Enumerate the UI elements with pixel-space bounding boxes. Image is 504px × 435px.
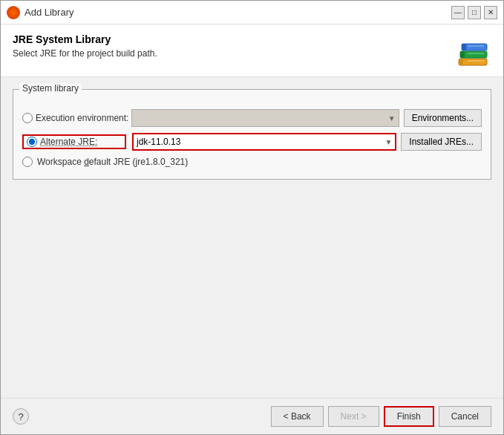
svg-rect-1 [459, 59, 463, 65]
library-icon [456, 33, 491, 69]
workspace-jre-label: Workspace default JRE (jre1.8.0_321) [37, 157, 188, 167]
back-button[interactable]: < Back [271, 406, 324, 427]
window-controls: — □ ✕ [451, 6, 497, 19]
execution-env-combo[interactable]: ▼ [131, 109, 399, 127]
alternate-jre-combo[interactable]: jdk-11.0.13 ▼ [132, 133, 396, 151]
add-library-window: Add Library — □ ✕ JRE System Library Sel… [0, 0, 504, 435]
footer: ? < Back Next > Finish Cancel [1, 398, 503, 434]
next-button[interactable]: Next > [328, 406, 379, 427]
title-bar: Add Library — □ ✕ [1, 1, 503, 24]
close-button[interactable]: ✕ [484, 6, 497, 19]
help-button[interactable]: ? [13, 408, 29, 425]
execution-env-radio[interactable] [22, 113, 33, 123]
page-subtitle: Select JRE for the project build path. [13, 48, 157, 59]
alternate-jre-arrow: ▼ [384, 138, 392, 146]
environments-button[interactable]: Environments... [404, 109, 482, 127]
group-label: System library [19, 83, 82, 94]
svg-rect-5 [462, 44, 466, 50]
execution-env-row: Execution environment: ▼ Environments... [22, 109, 482, 127]
installed-jres-button[interactable]: Installed JREs... [401, 133, 482, 151]
header-section: JRE System Library Select JRE for the pr… [1, 24, 503, 77]
alternate-jre-label: Alternate JRE: [40, 137, 122, 147]
workspace-jre-value: jre1.8.0_321 [136, 157, 186, 167]
alternate-jre-radio[interactable] [27, 137, 37, 147]
system-library-group: System library Execution environment: ▼ … [13, 89, 491, 180]
minimize-button[interactable]: — [451, 6, 465, 19]
cancel-button[interactable]: Cancel [439, 406, 491, 427]
svg-rect-3 [460, 51, 465, 58]
workspace-jre-radio[interactable] [22, 157, 33, 167]
maximize-button[interactable]: □ [468, 6, 481, 19]
alternate-jre-radio-highlighted: Alternate JRE: [22, 134, 126, 149]
app-icon [7, 6, 20, 19]
execution-env-label: Execution environment: [36, 113, 128, 123]
alternate-jre-row: Alternate JRE: jdk-11.0.13 ▼ Installed J… [22, 133, 482, 151]
alternate-jre-value: jdk-11.0.13 [137, 137, 180, 147]
window-title: Add Library [24, 7, 73, 18]
finish-button[interactable]: Finish [384, 406, 434, 427]
execution-env-arrow: ▼ [388, 114, 396, 122]
workspace-jre-row: Workspace default JRE (jre1.8.0_321) [22, 157, 482, 167]
page-title: JRE System Library [13, 33, 157, 45]
main-body: System library Execution environment: ▼ … [1, 77, 503, 398]
